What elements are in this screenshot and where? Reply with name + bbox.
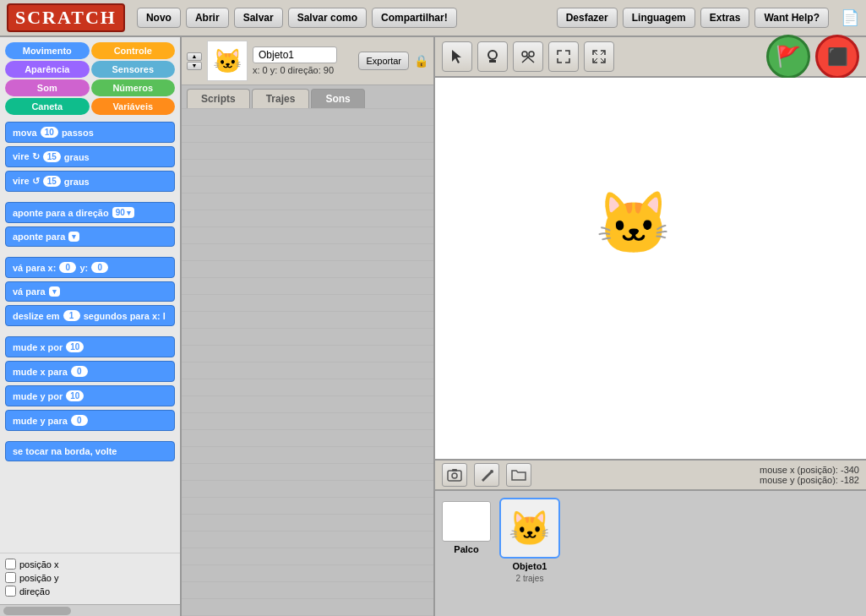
block-aponte-para-text: aponte para [13,232,65,242]
cat-sprite[interactable]: 🐱 [596,188,672,259]
block-mude-y-por-num[interactable]: 10 [66,390,84,401]
tab-trajes[interactable]: Trajes [252,89,310,108]
block-vire-direita-text: vire ↻ [13,151,40,162]
block-vire-direita[interactable]: vire ↻ 15 graus [5,146,175,167]
checkbox-posicao-x-row: posição x [5,559,175,570]
salvar-button[interactable]: Salvar [234,8,283,28]
block-mude-x-para-num[interactable]: 0 [71,366,88,377]
checkbox-posicao-x[interactable] [5,559,16,570]
stamp-tool-button[interactable] [477,41,508,72]
lock-icon: 🔒 [414,54,428,68]
block-va-x-num[interactable]: 0 [59,262,76,273]
linguagem-button[interactable]: Linguagem [623,8,695,28]
block-mude-y-por-text: mude y por [13,391,63,401]
svg-rect-13 [452,469,457,472]
block-deslize-num[interactable]: 1 [63,310,80,321]
object-name-input[interactable] [253,46,337,63]
cat-caneta-button[interactable]: Caneta [5,98,90,115]
stop-button[interactable]: ⬛ [815,35,859,79]
block-mude-x-por-num[interactable]: 10 [66,341,84,352]
cat-sensores-button[interactable]: Sensores [91,61,176,78]
cat-aparencia-button[interactable]: Aparência [5,61,90,78]
cat-movimento-button[interactable]: Movimento [5,42,90,59]
block-mova-suffix: passos [62,128,94,138]
script-area[interactable] [182,108,433,616]
checkboxes-area: posição x posição y direção [0,553,180,604]
block-deslize-text: deslize em [13,311,60,321]
block-va-para[interactable]: vá para [5,281,175,302]
stage-screenshot-button[interactable] [442,463,467,487]
block-va-para-xy[interactable]: vá para x: 0 y: 0 [5,257,175,278]
expand-tool-button[interactable] [548,41,579,72]
block-vire-esquerda-num[interactable]: 15 [43,176,61,187]
cat-som-button[interactable]: Som [5,79,90,96]
stage-thumbnail[interactable] [442,501,491,542]
sprite-item-objeto1[interactable]: 🐱 Objeto1 2 trajes [499,498,560,583]
sprite-label-objeto1: Objeto1 [513,561,547,571]
scissors-icon [520,49,536,64]
mouse-x-display: mouse x (posição): -340 [760,465,859,475]
cut-tool-button[interactable] [513,41,543,72]
desfazer-button[interactable]: Desfazer [557,8,618,28]
abrir-button[interactable]: Abrir [186,8,229,28]
compartilhar-button[interactable]: Compartilhar! [372,8,457,28]
block-mude-y-por[interactable]: mude y por 10 [5,385,175,406]
scroll-thumb[interactable] [3,607,71,615]
block-deslize[interactable]: deslize em 1 segundos para x: l [5,305,175,326]
categories: Movimento Controle Aparência Sensores So… [0,37,180,118]
stage-folder-button[interactable] [506,463,531,487]
stage-paint-button[interactable] [474,463,499,487]
nav-up-button[interactable]: ▲ [187,52,202,61]
checkbox-direcao-row: direção [5,586,175,597]
cat-variaveis-button[interactable]: Variáveis [91,98,176,115]
tab-scripts[interactable]: Scripts [187,89,250,108]
nav-down-button[interactable]: ▼ [187,62,202,70]
block-aponte-para-dropdown[interactable] [68,232,79,242]
tabs-bar: Scripts Trajes Sons [182,85,433,108]
block-spacer-4 [5,434,175,441]
scrollbar-bottom[interactable] [0,604,180,616]
export-button[interactable]: Exportar [358,52,409,70]
right-panel: 🚩 ⬛ 🐱 [435,37,866,616]
block-vire-direita-num[interactable]: 15 [43,151,61,162]
checkbox-direcao[interactable] [5,586,16,597]
block-aponte-para[interactable]: aponte para [5,226,175,247]
cursor-tool-button[interactable] [442,41,472,72]
object-coords: x: 0 y: 0 direção: 90 [253,65,353,75]
mouse-x-label: mouse x (posição): [760,465,838,475]
help-button[interactable]: Want Help? [754,8,829,28]
block-vire-esquerda[interactable]: vire ↺ 15 graus [5,171,175,192]
block-aponte-direcao-dropdown[interactable]: 90 [112,207,134,218]
sprite-thumb-objeto1[interactable]: 🐱 [499,498,560,559]
center-panel: ▲ ▼ 🐱 x: 0 y: 0 direção: 90 Exportar 🔒 S… [182,37,435,616]
cursor-icon [449,49,465,64]
cat-numeros-button[interactable]: Números [91,79,176,96]
stage-area[interactable]: 🐱 [435,78,866,459]
extras-button[interactable]: Extras [700,8,750,28]
paint-icon [478,466,495,483]
checkbox-posicao-y[interactable] [5,572,16,583]
block-va-para-dropdown[interactable] [49,286,60,297]
block-aponte-direcao[interactable]: aponte para a direção 90 [5,202,175,223]
block-mude-y-para[interactable]: mude y para 0 [5,410,175,431]
block-mova-text: mova [13,128,37,138]
salvar-como-button[interactable]: Salvar como [288,8,367,28]
main-layout: Movimento Controle Aparência Sensores So… [0,37,866,616]
cat-controle-button[interactable]: Controle [91,42,176,59]
block-mude-y-para-num[interactable]: 0 [71,415,88,426]
nav-arrows: ▲ ▼ [187,52,202,70]
block-mova-num[interactable]: 10 [41,127,58,138]
svg-marker-0 [452,50,461,63]
stage-sprite-item: Palco [442,498,491,554]
block-mude-x-para[interactable]: mude x para 0 [5,361,175,382]
block-va-y-num[interactable]: 0 [91,262,108,273]
shrink-tool-button[interactable] [584,41,614,72]
green-flag-button[interactable]: 🚩 [766,35,810,79]
tab-sons[interactable]: Sons [311,89,364,108]
block-spacer-1 [5,195,175,202]
novo-button[interactable]: Novo [137,8,181,28]
controls-bar: 🚩 ⬛ [435,37,866,78]
block-mova[interactable]: mova 10 passos [5,122,175,143]
block-se-tocar[interactable]: se tocar na borda, volte [5,441,175,461]
block-mude-x-por[interactable]: mude x por 10 [5,336,175,357]
